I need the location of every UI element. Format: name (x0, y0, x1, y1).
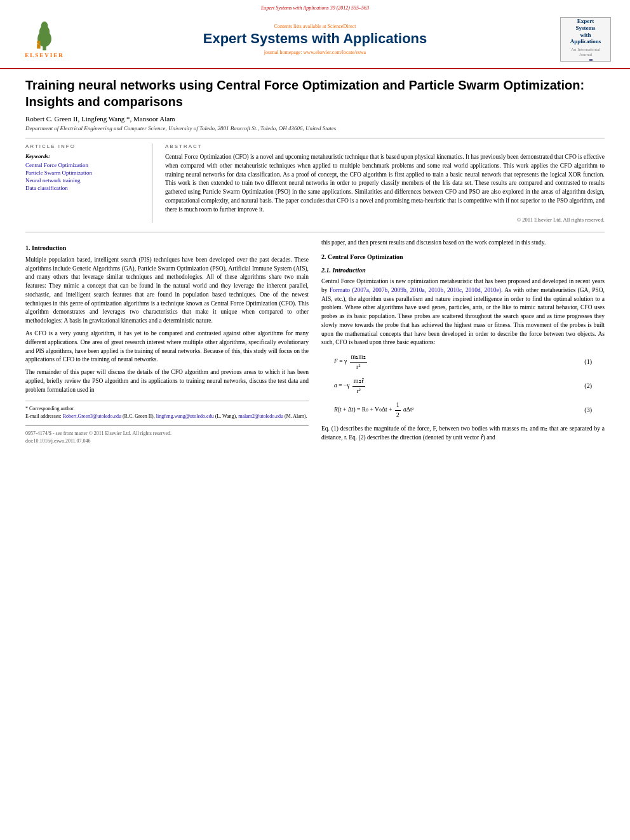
eq2-number: (2) (584, 382, 592, 391)
cfo-heading: 2. Central Force Optimization (321, 253, 605, 262)
equation-1-block: F = γ m₁m₂ r² (1) (334, 352, 592, 371)
body-left-col: 1. Introduction Multiple population base… (25, 239, 309, 446)
footnote-section: * Corresponding author. E-mail addresses… (25, 401, 309, 420)
copyright-line: 0957-4174/$ - see front matter © 2011 El… (25, 430, 309, 437)
journal-header: Expert Systems with Applications 39 (201… (0, 0, 630, 69)
equation-2: a = −γ m₂r̂ r² (334, 377, 366, 396)
right-para1: this paper, and then present results and… (321, 239, 605, 248)
eq-desc1: Eq. (1) describes the magnitude of the f… (321, 425, 605, 443)
keywords-label: Keywords: (25, 153, 143, 159)
logo-right-subtitle: An InternationalJournal (571, 47, 600, 57)
keyword-4[interactable]: Data classification (25, 185, 143, 191)
logo-right-text: ExpertSystemswithApplications (570, 18, 601, 45)
article-authors: Robert C. Green II, Lingfeng Wang *, Man… (25, 115, 605, 123)
footnote-star-line: * Corresponding author. (25, 405, 309, 413)
svg-point-3 (41, 22, 48, 31)
cfo-para1: Central Force Optimization is new optimi… (321, 277, 605, 347)
elsevier-tree-icon (25, 20, 64, 52)
keyword-3[interactable]: Neural network training (25, 177, 143, 183)
journal-url[interactable]: www.elsevier.com/locate/eswa (304, 50, 366, 55)
cfo-ref-link[interactable]: Formato (2007a, 2007b, 2009b, 2010a, 201… (330, 287, 501, 293)
header-center: Contents lists available at ScienceDirec… (70, 23, 560, 55)
svg-rect-9 (589, 59, 593, 61)
article-affiliation: Department of Electrical Engineering and… (25, 125, 605, 131)
eq2-fraction: m₂r̂ r² (352, 377, 365, 396)
sciencedirect-text[interactable]: ScienceDirect (328, 23, 356, 29)
info-section: ARTICLE INFO Keywords: Central Force Opt… (25, 138, 605, 223)
main-content: Training neural networks using Central F… (0, 69, 630, 459)
eq3-number: (3) (584, 406, 592, 415)
svg-rect-5 (37, 44, 40, 48)
sciencedirect-link: Contents lists available at ScienceDirec… (70, 23, 560, 29)
svg-point-4 (37, 41, 40, 44)
intro-para2: As CFO is a very young algorithm, it has… (25, 330, 309, 364)
equation-2-block: a = −γ m₂r̂ r² (2) (334, 377, 592, 396)
abstract-text: Central Force Optimization (CFO) is a no… (165, 153, 605, 214)
abstract-footer: © 2011 Elsevier Ltd. All rights reserved… (165, 217, 605, 223)
abstract-label: ABSTRACT (165, 143, 605, 149)
eq1-number: (1) (584, 357, 592, 367)
email3-link[interactable]: malam2@utoledo.edu (238, 413, 283, 419)
intro-heading: 1. Introduction (25, 244, 309, 253)
header-content: ELSEVIER Contents lists available at Sci… (13, 13, 617, 65)
page: Expert Systems with Applications 39 (201… (0, 0, 630, 840)
logo-chart-icon (575, 57, 597, 61)
journal-title-header: Expert Systems with Applications (70, 30, 560, 47)
equation-3: R(t + Δt) = R₀ + V₀Δt + 1 2 aΔt² (334, 401, 413, 420)
equation-1: F = γ m₁m₂ r² (334, 352, 368, 371)
elsevier-wordmark: ELSEVIER (25, 52, 64, 58)
journal-ref: Expert Systems with Applications 39 (201… (13, 5, 617, 11)
body-right-col: this paper, and then present results and… (321, 239, 605, 446)
eq3-fraction: 1 2 (395, 401, 401, 420)
article-info-col: ARTICLE INFO Keywords: Central Force Opt… (25, 143, 152, 223)
abstract-col: ABSTRACT Central Force Optimization (CFO… (165, 143, 605, 223)
keyword-1[interactable]: Central Force Optimization (25, 162, 143, 168)
doi-line: doi:10.1016/j.eswa.2011.07.046 (25, 437, 309, 445)
email-line: E-mail addresses: Robert.Green3@utoledo.… (25, 413, 309, 420)
page-footer: 0957-4174/$ - see front matter © 2011 El… (25, 425, 309, 444)
body-columns: 1. Introduction Multiple population base… (25, 232, 605, 446)
equation-3-block: R(t + Δt) = R₀ + V₀Δt + 1 2 aΔt² (3) (334, 401, 592, 420)
journal-logo-right: ExpertSystemswithApplications An Interna… (560, 17, 611, 62)
email1-link[interactable]: Robert.Green3@utoledo.edu (63, 413, 121, 419)
intro-para3: The remainder of this paper will discuss… (25, 368, 309, 394)
intro-para1: Multiple population based, intelligent s… (25, 256, 309, 326)
article-info-label: ARTICLE INFO (25, 143, 143, 149)
cfo-intro-heading: 2.1. Introduction (321, 266, 605, 276)
keyword-2[interactable]: Particle Swarm Optimization (25, 170, 143, 176)
elsevier-logo: ELSEVIER (19, 20, 70, 58)
eq1-fraction: m₁m₂ r² (350, 352, 368, 371)
article-title: Training neural networks using Central F… (25, 77, 605, 110)
journal-homepage: journal homepage: www.elsevier.com/locat… (70, 50, 560, 55)
email2-link[interactable]: lingfeng.wang@utoledo.edu (156, 413, 214, 419)
